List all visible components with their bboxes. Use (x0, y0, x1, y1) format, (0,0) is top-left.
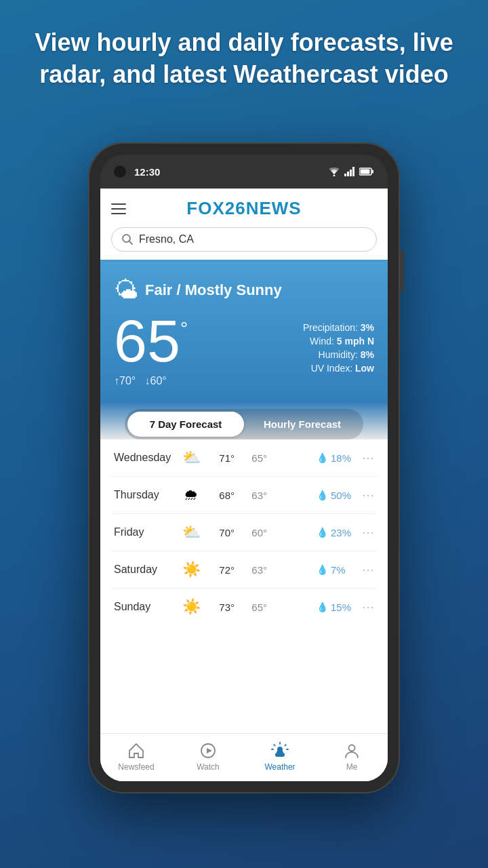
forecast-day: Sunday (114, 601, 175, 613)
home-icon (127, 742, 145, 760)
camera-icon (114, 165, 126, 178)
forecast-icon: ☀️ (180, 561, 202, 578)
degree-symbol: ° (180, 319, 188, 338)
raindrop-icon: 💧 (317, 527, 328, 538)
weather-stats: Precipitation: 3% Wind: 5 mph N Humidity… (303, 311, 374, 374)
precip-block: 💧 7% ⋯ (317, 562, 374, 577)
bottom-nav: Newsfeed Watch Weather (100, 733, 388, 781)
raindrop-icon: 💧 (317, 490, 328, 500)
search-icon (121, 233, 134, 245)
uv-stat: UV Index: Low (303, 363, 374, 374)
forecast-hi: 68° (207, 490, 235, 501)
forecast-hi: 72° (207, 564, 235, 576)
forecast-icon: 🌧 (180, 486, 202, 504)
svg-point-14 (349, 745, 355, 751)
svg-rect-1 (344, 174, 346, 176)
menu-button[interactable] (111, 203, 126, 214)
current-weather: 🌤 Fair / Mostly Sunny 65° ↑70° ↓60° (100, 260, 388, 401)
svg-rect-3 (350, 170, 352, 176)
more-options-icon[interactable]: ⋯ (362, 488, 374, 502)
forecast-row[interactable]: Wednesday ⛅ 71° 65° 💧 18% ⋯ (111, 439, 377, 477)
hi-lo: ↑70° ↓60° (114, 375, 188, 387)
big-temperature: 65° (114, 311, 188, 371)
search-bar[interactable]: Fresno, CA (111, 227, 377, 252)
weather-icon: 🌤 (114, 276, 138, 304)
humidity-stat: Humidity: 8% (303, 349, 374, 360)
nav-watch[interactable]: Watch (172, 739, 244, 774)
svg-rect-4 (352, 167, 354, 176)
search-value: Fresno, CA (139, 233, 194, 245)
more-options-icon[interactable]: ⋯ (362, 599, 374, 614)
weather-content: 🌤 Fair / Mostly Sunny 65° ↑70° ↓60° (100, 260, 388, 733)
forecast-day: Saturday (114, 564, 175, 576)
phone-mockup: 12:30 (88, 142, 400, 793)
precip-pct: 7% (331, 564, 357, 576)
hourly-tab[interactable]: Hourly Forecast (244, 412, 361, 437)
more-options-icon[interactable]: ⋯ (362, 562, 374, 577)
more-options-icon[interactable]: ⋯ (362, 450, 374, 465)
hero-heading: View hourly and daily forecasts, live ra… (27, 27, 461, 91)
precip-block: 💧 18% ⋯ (317, 450, 374, 465)
condition-row: 🌤 Fair / Mostly Sunny (114, 276, 374, 304)
raindrop-icon: 💧 (317, 601, 328, 612)
person-icon (343, 742, 361, 760)
forecast-row[interactable]: Sunday ☀️ 73° 65° 💧 15% ⋯ (111, 589, 377, 625)
nav-weather[interactable]: Weather (244, 739, 316, 774)
condition-text: Fair / Mostly Sunny (145, 281, 282, 299)
side-button (400, 251, 404, 292)
svg-rect-13 (275, 753, 285, 757)
status-bar: 12:30 (100, 155, 388, 189)
forecast-row[interactable]: Friday ⛅ 70° 60° 💧 23% ⋯ (111, 514, 377, 551)
forecast-day: Friday (114, 526, 175, 538)
forecast-lo: 63° (240, 564, 267, 576)
me-label: Me (346, 762, 358, 772)
signal-icon (344, 167, 355, 176)
forecast-lo: 65° (240, 452, 267, 464)
svg-rect-2 (347, 172, 349, 176)
precip-block: 💧 50% ⋯ (317, 488, 374, 502)
forecast-lo: 65° (240, 601, 267, 613)
weather-label: Weather (264, 762, 295, 772)
forecast-hi: 70° (207, 527, 235, 538)
nav-newsfeed[interactable]: Newsfeed (100, 739, 172, 774)
play-icon (199, 742, 217, 760)
status-icons (328, 167, 374, 176)
forecast-hi: 71° (207, 452, 235, 464)
status-time: 12:30 (134, 166, 160, 178)
nav-me[interactable]: Me (316, 739, 388, 774)
forecast-row[interactable]: Saturday ☀️ 72° 63° 💧 7% ⋯ (111, 551, 377, 589)
app-header: FOX26NEWS Fresno, CA (100, 189, 388, 260)
phone-shell: 12:30 (88, 142, 400, 793)
watch-label: Watch (197, 762, 220, 772)
raindrop-icon: 💧 (317, 564, 328, 575)
battery-icon (359, 167, 374, 176)
forecast-hi: 73° (207, 601, 235, 613)
arrow-down-icon: ↓ (145, 375, 150, 387)
svg-point-0 (333, 175, 336, 177)
svg-rect-6 (372, 170, 374, 174)
precip-block: 💧 15% ⋯ (317, 599, 374, 614)
precip-pct: 15% (331, 601, 357, 613)
temp-stats-row: 65° ↑70° ↓60° Precipitation: 3% (114, 311, 374, 387)
wifi-icon (328, 167, 340, 176)
forecast-icon: ⛅ (180, 524, 202, 541)
precip-pct: 23% (331, 527, 357, 538)
svg-line-9 (129, 241, 133, 245)
precip-pct: 50% (331, 490, 357, 501)
forecast-lo: 60° (240, 527, 267, 538)
more-options-icon[interactable]: ⋯ (362, 525, 374, 540)
header-top: FOX26NEWS (111, 198, 377, 219)
forecast-day: Wednesday (114, 452, 175, 464)
app-logo: FOX26NEWS (186, 198, 301, 219)
precip-pct: 18% (331, 452, 357, 464)
seven-day-tab[interactable]: 7 Day Forecast (127, 412, 244, 437)
phone-screen: FOX26NEWS Fresno, CA 🌤 Fair / Mostly Su (100, 189, 388, 781)
forecast-icon: ⛅ (180, 449, 202, 467)
forecast-icon: ☀️ (180, 598, 202, 616)
svg-rect-7 (361, 170, 370, 174)
forecast-row[interactable]: Thursday 🌧 68° 63° 💧 50% ⋯ (111, 477, 377, 514)
tabs-wrapper: 7 Day Forecast Hourly Forecast (100, 401, 388, 439)
forecast-list: Wednesday ⛅ 71° 65° 💧 18% ⋯ Thursday 🌧 6… (100, 439, 388, 733)
hero-section: View hourly and daily forecasts, live ra… (0, 27, 488, 91)
precip-stat: Precipitation: 3% (303, 322, 374, 333)
